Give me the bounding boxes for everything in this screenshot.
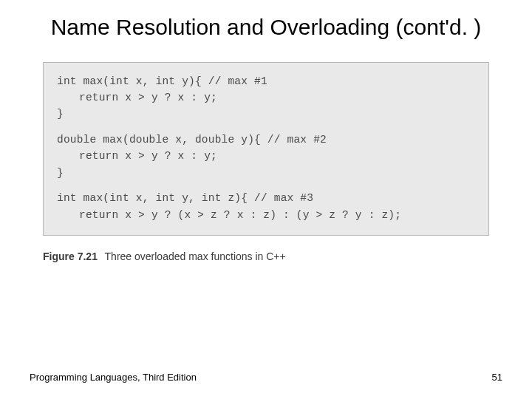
page-title: Name Resolution and Overloading (cont'd.…	[30, 13, 502, 41]
slide: Name Resolution and Overloading (cont'd.…	[0, 0, 532, 399]
code-line: return x > y ? x : y;	[57, 89, 475, 106]
code-line: int max(int x, int y){ // max #1	[57, 75, 267, 87]
code-line: double max(double x, double y){ // max #…	[57, 134, 327, 146]
figure-caption: Figure 7.21 Three overloaded max functio…	[43, 250, 489, 262]
function-max-1: int max(int x, int y){ // max #1 return …	[57, 73, 475, 123]
code-line: return x > y ? x : y;	[57, 148, 475, 164]
code-line: }	[57, 167, 64, 179]
figure-label: Figure 7.21	[43, 250, 98, 262]
function-max-3: int max(int x, int y, int z){ // max #3 …	[57, 190, 475, 223]
code-line: int max(int x, int y, int z){ // max #3	[57, 192, 313, 204]
page-number: 51	[492, 372, 502, 383]
slide-footer: Programming Languages, Third Edition 51	[30, 372, 502, 383]
code-listing: int max(int x, int y){ // max #1 return …	[43, 62, 489, 236]
figure-caption-text: Three overloaded max functions in C++	[105, 250, 286, 262]
function-max-2: double max(double x, double y){ // max #…	[57, 132, 475, 181]
code-line: return x > y ? (x > z ? x : z) : (y > z …	[57, 207, 475, 223]
code-line: }	[57, 108, 64, 120]
footer-book-title: Programming Languages, Third Edition	[30, 372, 197, 383]
